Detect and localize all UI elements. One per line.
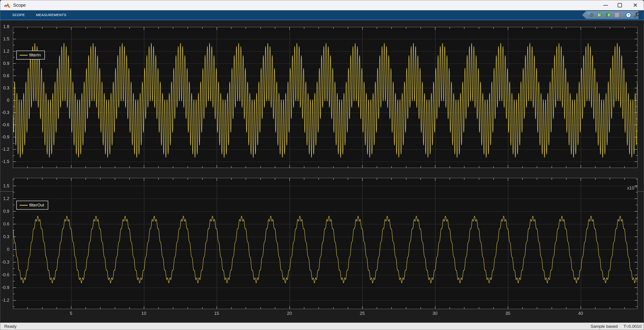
y-tick-label: 1.5 — [0, 183, 12, 189]
plot-canvas-filterin[interactable] — [13, 27, 638, 168]
stop-icon — [614, 12, 620, 18]
y-tick-label: -1.5 — [0, 159, 12, 164]
window-controls: ✕ — [599, 0, 644, 10]
simulation-quick-panel: ⚙ ? ↗ — [582, 11, 638, 19]
step-forward-icon — [605, 12, 611, 18]
x-tick-label: 40 — [572, 310, 590, 316]
y-tick-label: 0.6 — [0, 221, 12, 227]
status-bar: Ready Sample based T=0.0010 — [0, 323, 644, 330]
y-tick-label: -0.3 — [0, 259, 12, 265]
x-tick-label: 35 — [499, 310, 517, 316]
plot-canvas-filterout[interactable] — [13, 178, 638, 309]
y-tick-label: -0.9 — [0, 285, 12, 290]
run-icon — [597, 12, 602, 18]
y-tick-label: -0.6 — [0, 122, 12, 128]
help-button[interactable]: ? — [626, 12, 631, 18]
y-tick-label: 0 — [0, 246, 12, 252]
y-tick-label: 0.3 — [0, 85, 12, 91]
scope-window: Scope ✕ SCOPE MEASUREMENTS ⚙ — [0, 0, 644, 330]
x-tick-label: 20 — [280, 310, 298, 316]
y-tick-label: 1.8 — [0, 24, 12, 29]
settings-accent-icon — [588, 12, 590, 14]
x-tick-label: 5 — [62, 310, 80, 316]
toolstrip: SCOPE MEASUREMENTS ⚙ ? — [0, 10, 644, 20]
legend-label: filterIn — [29, 53, 41, 57]
status-text: Ready — [4, 324, 16, 329]
plot-region: filterIn filterIn x10-5 1.81.51.20.90.60… — [0, 21, 644, 323]
status-right: Sample based T=0.0010 — [591, 324, 642, 329]
stop-button[interactable] — [614, 12, 620, 18]
help-icon: ? — [626, 12, 631, 18]
legend-line-sample — [20, 205, 28, 206]
y-tick-label: 1.2 — [0, 195, 12, 201]
y-tick-label: 1.2 — [0, 48, 12, 54]
window-title: Scope — [13, 3, 26, 8]
y-tick-label: 0 — [0, 97, 12, 103]
matlab-logo-icon — [4, 2, 10, 8]
legend-label: filterOut — [29, 203, 44, 208]
tab-scope[interactable]: SCOPE — [7, 10, 30, 20]
y-tick-label: 0.3 — [0, 234, 12, 239]
close-button[interactable]: ✕ — [627, 0, 644, 10]
legend-filterout[interactable]: filterOut — [16, 201, 48, 210]
minimize-button[interactable] — [599, 0, 613, 10]
y-tick-label: -0.9 — [0, 134, 12, 140]
close-icon: ✕ — [633, 2, 638, 8]
status-sample-time: T=0.0010 — [624, 324, 642, 329]
y-tick-label: -0.6 — [0, 272, 12, 278]
simulation-settings-button[interactable]: ⚙ — [589, 12, 594, 18]
maximize-button[interactable] — [613, 0, 627, 10]
step-forward-button[interactable] — [605, 12, 611, 18]
legend-filterin[interactable]: filterIn — [16, 51, 45, 59]
minimize-icon — [603, 5, 608, 5]
toolstrip-tabs: SCOPE MEASUREMENTS — [0, 10, 644, 20]
tab-measurements[interactable]: MEASUREMENTS — [30, 10, 72, 20]
y-tick-label: -1.2 — [0, 146, 12, 152]
x-tick-label: 30 — [426, 310, 444, 316]
y-tick-label: 0.9 — [0, 208, 12, 214]
x-tick-label: 10 — [135, 310, 153, 316]
y-tick-label: -0.3 — [0, 110, 12, 115]
y-tick-label: 1.5 — [0, 36, 12, 42]
y-tick-label: -1.2 — [0, 297, 12, 303]
title-bar: Scope ✕ — [0, 0, 644, 10]
status-sample-mode: Sample based — [591, 324, 618, 329]
y-tick-label: 0.6 — [0, 73, 12, 78]
y-tick-label: 0.9 — [0, 60, 12, 66]
legend-line-sample — [20, 55, 28, 55]
x-tick-label: 15 — [208, 310, 226, 316]
x-tick-label: 25 — [353, 310, 371, 316]
maximize-icon — [618, 3, 622, 7]
run-button[interactable] — [597, 12, 602, 18]
